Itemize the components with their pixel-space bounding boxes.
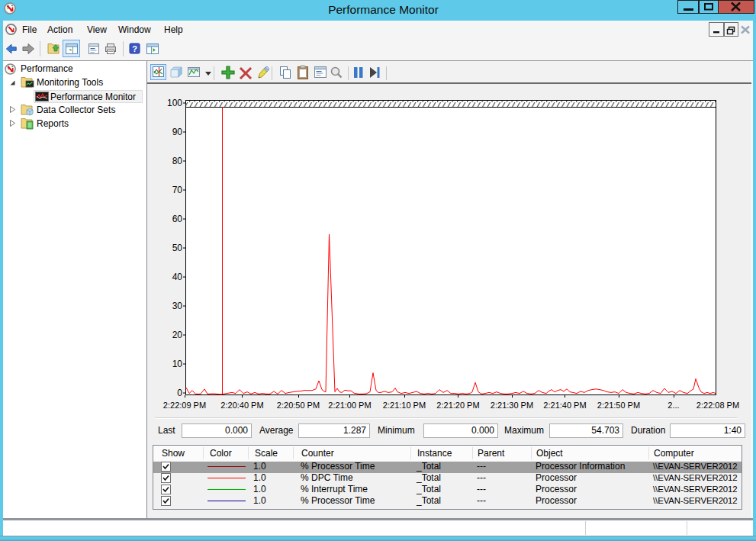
svg-text:2:22:09 PM: 2:22:09 PM — [163, 401, 206, 410]
svg-text:2:21:40 PM: 2:21:40 PM — [543, 401, 586, 410]
svg-text:40: 40 — [172, 272, 183, 282]
svg-text:2:22:08 PM: 2:22:08 PM — [696, 401, 739, 410]
svg-text:70: 70 — [172, 185, 183, 195]
svg-text:10: 10 — [172, 359, 183, 369]
svg-text:30: 30 — [172, 301, 183, 311]
svg-text:90: 90 — [172, 127, 183, 137]
svg-text:2:20:50 PM: 2:20:50 PM — [277, 401, 320, 410]
svg-text:2:21:00 PM: 2:21:00 PM — [328, 401, 371, 410]
svg-text:20: 20 — [172, 330, 183, 340]
svg-text:80: 80 — [172, 156, 183, 166]
svg-text:2...: 2... — [668, 401, 679, 410]
svg-text:60: 60 — [172, 214, 183, 224]
svg-text:50: 50 — [172, 243, 183, 253]
svg-text:100: 100 — [167, 98, 182, 108]
svg-text:2:21:50 PM: 2:21:50 PM — [597, 401, 640, 410]
svg-text:2:21:20 PM: 2:21:20 PM — [436, 401, 479, 410]
svg-text:0: 0 — [177, 388, 182, 398]
svg-text:2:20:40 PM: 2:20:40 PM — [220, 401, 263, 410]
svg-text:2:21:10 PM: 2:21:10 PM — [383, 401, 426, 410]
svg-text:2:21:30 PM: 2:21:30 PM — [491, 401, 533, 410]
svg-text:?: ? — [132, 44, 137, 53]
